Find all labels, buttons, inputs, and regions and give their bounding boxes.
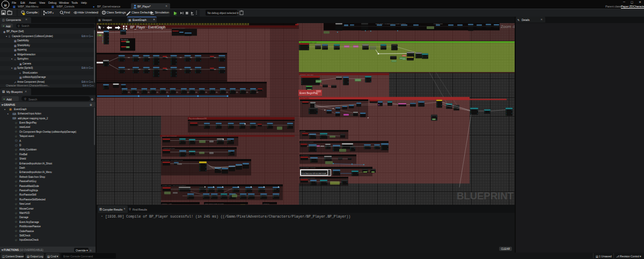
svg-text:Enable/disable + text signup d: Enable/disable + text signup device UI u… (376, 23, 406, 24)
svg-text:?: ? (23, 13, 25, 16)
svg-text:UI disipline setup: UI disipline setup (434, 23, 443, 24)
svg-text:Set Basic Stats + Char selecte: Set Basic Stats + Char selected Data/UI (162, 185, 186, 186)
svg-text:handle ability cooldowns: handle ability cooldowns (162, 135, 177, 137)
svg-text:.. .....: .. ..... (301, 99, 304, 100)
svg-text:for each skill - Run passive S: for each skill - Run passive Selecte (162, 160, 184, 161)
svg-text:interface + HUD: interface + HUD (162, 203, 172, 204)
svg-text:XP aktualisieren: XP aktualisieren (301, 155, 310, 156)
svg-text:respawn/reset jump: respawn/reset jump (163, 147, 175, 149)
svg-text:PickWizardTotemTeam: PickWizardTotemTeam (302, 172, 326, 174)
svg-text:BLUEPRINT: BLUEPRINT (457, 190, 514, 201)
svg-text:..........: .......... (98, 83, 101, 85)
svg-text:Min/Level: Min/Level (264, 203, 269, 204)
svg-text:Event BeginPlay: Event BeginPlay (299, 92, 318, 95)
svg-text:Nebenmissionen checken: Nebenmissionen checken (301, 177, 316, 178)
svg-text:Set/Reset jump counter: Set/Reset jump counter (172, 27, 185, 28)
svg-text:stage handler update on reload: stage handler update on reload (205, 203, 224, 204)
svg-text:on death: on death (301, 130, 306, 132)
svg-text:Set velocity: Set velocity (121, 38, 129, 40)
svg-text:Zoom -8: Zoom -8 (501, 24, 515, 29)
svg-text:Play selected Animation/VFX: Play selected Animation/VFX (189, 117, 207, 119)
svg-text:collisions + apply dmg: collisions + apply dmg (300, 74, 313, 75)
svg-text:leveling und xp gedons: leveling und xp gedons (301, 141, 314, 143)
svg-text:Set und Update Health Bar: Set und Update Health Bar (301, 167, 316, 169)
svg-text:u: u (4, 2, 7, 8)
